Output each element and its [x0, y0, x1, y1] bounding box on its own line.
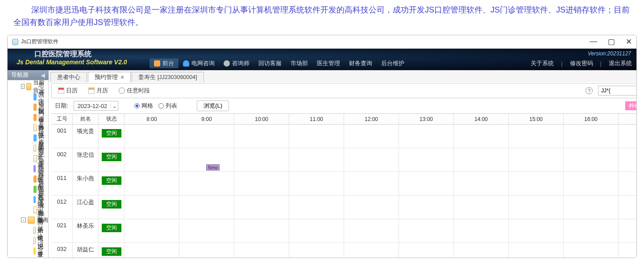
hour-cell[interactable]	[179, 196, 234, 219]
hour-cell[interactable]	[289, 172, 344, 195]
tag-implant[interactable]: 种植	[625, 101, 637, 110]
hour-cell[interactable]	[234, 196, 289, 219]
hour-cell[interactable]	[125, 148, 179, 171]
hour-cell[interactable]	[399, 148, 454, 171]
menu-item[interactable]: 医生管理	[312, 58, 345, 68]
close-button[interactable]: ✕	[626, 37, 632, 46]
hour-cell[interactable]	[454, 243, 509, 258]
hour-cell[interactable]	[399, 172, 454, 195]
menu-item[interactable]: 电网咨询	[179, 58, 219, 68]
radio-list[interactable]: 列表	[158, 102, 177, 110]
hour-cell[interactable]	[344, 148, 399, 171]
hour-cell[interactable]	[125, 219, 179, 242]
hour-cell[interactable]	[564, 148, 619, 171]
hour-cell[interactable]	[619, 196, 637, 219]
hour-cell[interactable]	[344, 172, 399, 195]
hour-cell[interactable]	[125, 243, 179, 258]
hour-cell[interactable]	[289, 196, 344, 219]
hour-cell[interactable]	[564, 196, 619, 219]
menu-item[interactable]: 前台	[150, 58, 179, 68]
sched-hour-header: 15:00	[509, 114, 564, 124]
hour-cell[interactable]	[234, 125, 289, 148]
hour-cell[interactable]	[125, 125, 179, 148]
hour-cell[interactable]	[509, 243, 564, 258]
hour-cell[interactable]	[509, 196, 564, 219]
view-mode-button[interactable]: 任意时段	[116, 86, 153, 96]
hour-cell[interactable]	[234, 219, 289, 242]
maximize-button[interactable]: ▢	[608, 37, 615, 46]
view-mode-button[interactable]: 日历	[55, 86, 80, 96]
hour-cell[interactable]	[179, 219, 234, 242]
hour-cell[interactable]	[454, 125, 509, 148]
tab[interactable]: 患者中心	[50, 72, 87, 82]
hour-cell[interactable]	[509, 219, 564, 242]
menu-item[interactable]: 市场部	[286, 58, 312, 68]
menu-item[interactable]: 回访客服	[254, 58, 286, 68]
hour-cell[interactable]	[179, 172, 234, 195]
hour-cell[interactable]	[289, 219, 344, 242]
tree-toggle-icon[interactable]: -	[21, 84, 25, 89]
tab[interactable]: 预约管理×	[88, 72, 131, 82]
hour-cell[interactable]	[564, 219, 619, 242]
hour-cell[interactable]	[234, 243, 289, 258]
help-icon[interactable]: ?	[586, 87, 593, 94]
hour-cell[interactable]	[344, 219, 399, 242]
hour-cell[interactable]	[619, 125, 637, 148]
hour-cell[interactable]	[344, 196, 399, 219]
search-input[interactable]	[598, 88, 637, 94]
menu-item-right[interactable]: 关于系统	[526, 58, 558, 68]
hour-cell[interactable]	[509, 148, 564, 171]
hour-cell[interactable]	[454, 196, 509, 219]
navigator-collapse-icon[interactable]: ◀	[41, 72, 45, 79]
hour-cell[interactable]	[619, 243, 637, 258]
hour-cell[interactable]	[454, 148, 509, 171]
menu-separator: |	[558, 60, 565, 67]
hour-cell[interactable]	[289, 243, 344, 258]
tab[interactable]: 姜寿生 [JJ2303060004]	[132, 72, 204, 82]
hour-cell[interactable]	[179, 125, 234, 148]
menu-item[interactable]: 财务查询	[345, 58, 377, 68]
hour-cell[interactable]	[125, 172, 179, 195]
main-menubar: 前台电网咨询咨询师回访客服市场部医生管理财务查询后台维护 关于系统|修改密码|退…	[150, 58, 636, 68]
hour-cell[interactable]	[454, 219, 509, 242]
hour-cell[interactable]	[234, 148, 289, 171]
tab-close-icon[interactable]: ×	[120, 74, 124, 81]
hour-cell[interactable]	[619, 148, 637, 171]
hour-cell[interactable]	[125, 196, 179, 219]
hour-cell[interactable]	[344, 243, 399, 258]
tree-toggle-icon[interactable]: -	[21, 217, 26, 222]
app-icon	[12, 39, 18, 45]
hour-cell[interactable]	[619, 172, 637, 195]
search-combo[interactable]: ⌄	[598, 86, 637, 96]
hour-cell[interactable]	[399, 219, 454, 242]
hour-cell[interactable]	[234, 172, 289, 195]
menu-item-right[interactable]: 修改密码	[565, 58, 598, 68]
date-picker[interactable]: 2023-12-02 ⌄	[74, 101, 119, 111]
hour-cell[interactable]	[619, 219, 637, 242]
hour-cell[interactable]	[509, 125, 564, 148]
hour-cell[interactable]	[399, 196, 454, 219]
hour-cell[interactable]	[399, 125, 454, 148]
hour-cell[interactable]	[564, 125, 619, 148]
tree-node[interactable]: 来电记录查询	[8, 246, 48, 256]
sched-hour-header: 17:0	[619, 114, 637, 124]
date-dropdown-icon[interactable]: ⌄	[111, 103, 118, 109]
new-badge[interactable]: New	[206, 164, 220, 171]
hour-cell[interactable]	[179, 243, 234, 258]
menu-item[interactable]: 后台维护	[377, 58, 409, 68]
hour-cell[interactable]	[289, 148, 344, 171]
hour-cell[interactable]	[509, 172, 564, 195]
browse-button[interactable]: 浏览(L)	[197, 100, 229, 111]
radio-grid[interactable]: 网格	[134, 102, 153, 110]
hour-cell[interactable]	[564, 172, 619, 195]
view-mode-button[interactable]: 月历	[86, 86, 111, 96]
hour-cell[interactable]	[399, 243, 454, 258]
hour-cell[interactable]	[344, 125, 399, 148]
hour-cell[interactable]: New	[179, 148, 234, 171]
menu-item-right[interactable]: 退出系统	[604, 58, 636, 68]
minimize-button[interactable]: —	[590, 37, 597, 46]
menu-item[interactable]: 咨询师	[219, 58, 254, 68]
hour-cell[interactable]	[454, 172, 509, 195]
hour-cell[interactable]	[289, 125, 344, 148]
hour-cell[interactable]	[564, 243, 619, 258]
